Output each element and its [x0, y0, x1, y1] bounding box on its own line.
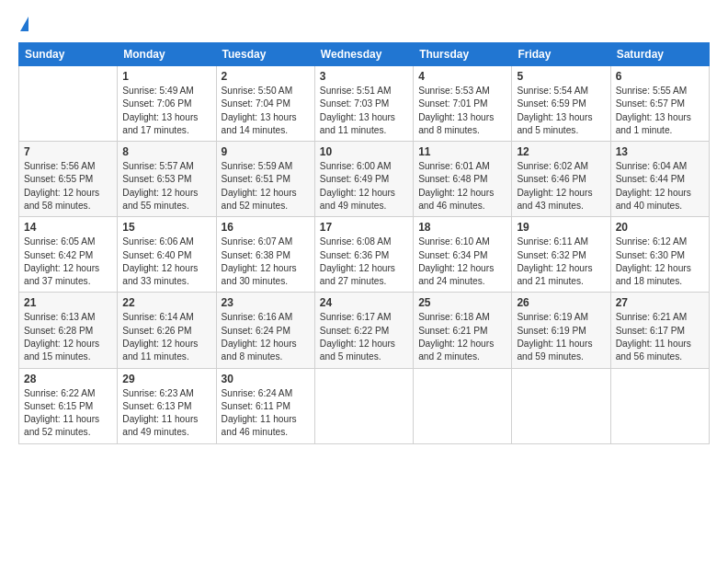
calendar-header-row: SundayMondayTuesdayWednesdayThursdayFrid… [19, 43, 710, 66]
calendar-cell: 22Sunrise: 6:14 AM Sunset: 6:26 PM Dayli… [118, 293, 216, 368]
calendar-cell: 29Sunrise: 6:23 AM Sunset: 6:13 PM Dayli… [118, 368, 216, 443]
day-number: 3 [320, 70, 408, 83]
day-info: Sunrise: 5:53 AM Sunset: 7:01 PM Dayligh… [418, 85, 506, 137]
col-header-wednesday: Wednesday [314, 43, 413, 66]
day-info: Sunrise: 5:57 AM Sunset: 6:53 PM Dayligh… [122, 160, 210, 213]
day-number: 30 [222, 373, 310, 385]
calendar-cell: 21Sunrise: 6:13 AM Sunset: 6:28 PM Dayli… [19, 293, 118, 368]
day-number: 12 [517, 145, 605, 158]
day-number: 2 [222, 70, 310, 83]
day-info: Sunrise: 6:18 AM Sunset: 6:21 PM Dayligh… [418, 311, 506, 363]
day-info: Sunrise: 6:00 AM Sunset: 6:49 PM Dayligh… [320, 160, 408, 213]
day-info: Sunrise: 6:22 AM Sunset: 6:15 PM Dayligh… [24, 387, 112, 440]
day-number: 8 [122, 145, 210, 158]
day-info: Sunrise: 6:24 AM Sunset: 6:11 PM Dayligh… [222, 387, 310, 440]
calendar-cell: 23Sunrise: 6:16 AM Sunset: 6:24 PM Dayli… [216, 293, 314, 368]
day-info: Sunrise: 6:14 AM Sunset: 6:26 PM Dayligh… [122, 311, 210, 363]
calendar-week-row: 14Sunrise: 6:05 AM Sunset: 6:42 PM Dayli… [19, 217, 710, 293]
calendar-cell [512, 368, 610, 443]
day-info: Sunrise: 6:11 AM Sunset: 6:32 PM Dayligh… [517, 236, 605, 288]
day-number: 13 [616, 145, 704, 158]
col-header-thursday: Thursday [414, 43, 512, 66]
calendar-cell: 17Sunrise: 6:08 AM Sunset: 6:36 PM Dayli… [314, 217, 413, 293]
day-info: Sunrise: 6:04 AM Sunset: 6:44 PM Dayligh… [616, 160, 704, 213]
day-number: 17 [320, 221, 408, 234]
calendar-cell [414, 368, 512, 443]
logo-triangle-icon [20, 17, 28, 31]
day-number: 27 [616, 296, 704, 309]
col-header-sunday: Sunday [19, 43, 118, 66]
calendar-cell: 20Sunrise: 6:12 AM Sunset: 6:30 PM Dayli… [610, 217, 709, 293]
day-info: Sunrise: 5:50 AM Sunset: 7:04 PM Dayligh… [222, 85, 310, 137]
day-info: Sunrise: 5:49 AM Sunset: 7:06 PM Dayligh… [122, 85, 210, 137]
day-info: Sunrise: 6:17 AM Sunset: 6:22 PM Dayligh… [320, 311, 408, 363]
calendar-week-row: 21Sunrise: 6:13 AM Sunset: 6:28 PM Dayli… [19, 293, 710, 368]
calendar-week-row: 7Sunrise: 5:56 AM Sunset: 6:55 PM Daylig… [19, 142, 710, 217]
calendar-cell: 28Sunrise: 6:22 AM Sunset: 6:15 PM Dayli… [19, 368, 118, 443]
day-number: 4 [418, 70, 506, 83]
calendar-cell: 6Sunrise: 5:55 AM Sunset: 6:57 PM Daylig… [610, 66, 709, 142]
day-info: Sunrise: 6:19 AM Sunset: 6:19 PM Dayligh… [517, 311, 605, 363]
day-number: 1 [122, 70, 210, 83]
day-number: 7 [24, 145, 112, 158]
calendar-cell: 1Sunrise: 5:49 AM Sunset: 7:06 PM Daylig… [118, 66, 216, 142]
calendar-cell: 24Sunrise: 6:17 AM Sunset: 6:22 PM Dayli… [314, 293, 413, 368]
calendar-cell: 10Sunrise: 6:00 AM Sunset: 6:49 PM Dayli… [314, 142, 413, 217]
day-number: 21 [24, 296, 112, 309]
calendar-cell: 15Sunrise: 6:06 AM Sunset: 6:40 PM Dayli… [118, 217, 216, 293]
day-number: 20 [616, 221, 704, 234]
calendar-week-row: 1Sunrise: 5:49 AM Sunset: 7:06 PM Daylig… [19, 66, 710, 142]
day-info: Sunrise: 6:07 AM Sunset: 6:38 PM Dayligh… [222, 236, 310, 288]
day-info: Sunrise: 5:56 AM Sunset: 6:55 PM Dayligh… [24, 160, 112, 213]
day-info: Sunrise: 5:59 AM Sunset: 6:51 PM Dayligh… [222, 160, 310, 213]
day-number: 6 [616, 70, 704, 83]
calendar-cell: 25Sunrise: 6:18 AM Sunset: 6:21 PM Dayli… [414, 293, 512, 368]
day-info: Sunrise: 6:02 AM Sunset: 6:46 PM Dayligh… [517, 160, 605, 213]
day-number: 15 [122, 221, 210, 234]
day-number: 28 [24, 373, 112, 385]
calendar-cell: 8Sunrise: 5:57 AM Sunset: 6:53 PM Daylig… [118, 142, 216, 217]
calendar-cell: 16Sunrise: 6:07 AM Sunset: 6:38 PM Dayli… [216, 217, 314, 293]
day-number: 25 [418, 296, 506, 309]
calendar-cell: 3Sunrise: 5:51 AM Sunset: 7:03 PM Daylig… [314, 66, 413, 142]
calendar-cell: 2Sunrise: 5:50 AM Sunset: 7:04 PM Daylig… [216, 66, 314, 142]
day-info: Sunrise: 6:16 AM Sunset: 6:24 PM Dayligh… [222, 311, 310, 363]
day-info: Sunrise: 5:54 AM Sunset: 6:59 PM Dayligh… [517, 85, 605, 137]
col-header-tuesday: Tuesday [216, 43, 314, 66]
day-number: 18 [418, 221, 506, 234]
calendar-cell [19, 66, 118, 142]
day-number: 10 [320, 145, 408, 158]
calendar-cell: 13Sunrise: 6:04 AM Sunset: 6:44 PM Dayli… [610, 142, 709, 217]
day-number: 23 [222, 296, 310, 309]
calendar-cell: 9Sunrise: 5:59 AM Sunset: 6:51 PM Daylig… [216, 142, 314, 217]
day-number: 9 [222, 145, 310, 158]
calendar-cell: 19Sunrise: 6:11 AM Sunset: 6:32 PM Dayli… [512, 217, 610, 293]
calendar-cell [610, 368, 709, 443]
calendar-cell: 12Sunrise: 6:02 AM Sunset: 6:46 PM Dayli… [512, 142, 610, 217]
day-info: Sunrise: 6:08 AM Sunset: 6:36 PM Dayligh… [320, 236, 408, 288]
day-info: Sunrise: 6:13 AM Sunset: 6:28 PM Dayligh… [24, 311, 112, 363]
day-number: 5 [517, 70, 605, 83]
day-info: Sunrise: 6:10 AM Sunset: 6:34 PM Dayligh… [418, 236, 506, 288]
day-number: 11 [418, 145, 506, 158]
calendar-cell: 7Sunrise: 5:56 AM Sunset: 6:55 PM Daylig… [19, 142, 118, 217]
day-number: 26 [517, 296, 605, 309]
day-info: Sunrise: 6:01 AM Sunset: 6:48 PM Dayligh… [418, 160, 506, 213]
col-header-saturday: Saturday [610, 43, 709, 66]
col-header-friday: Friday [512, 43, 610, 66]
day-info: Sunrise: 5:51 AM Sunset: 7:03 PM Dayligh… [320, 85, 408, 137]
day-info: Sunrise: 6:21 AM Sunset: 6:17 PM Dayligh… [616, 311, 704, 363]
calendar-cell: 14Sunrise: 6:05 AM Sunset: 6:42 PM Dayli… [19, 217, 118, 293]
calendar-cell: 11Sunrise: 6:01 AM Sunset: 6:48 PM Dayli… [414, 142, 512, 217]
header [18, 17, 710, 33]
day-info: Sunrise: 5:55 AM Sunset: 6:57 PM Dayligh… [616, 85, 704, 137]
day-number: 29 [122, 373, 210, 385]
calendar-cell: 18Sunrise: 6:10 AM Sunset: 6:34 PM Dayli… [414, 217, 512, 293]
day-number: 16 [222, 221, 310, 234]
day-info: Sunrise: 6:23 AM Sunset: 6:13 PM Dayligh… [122, 387, 210, 440]
day-number: 19 [517, 221, 605, 234]
calendar-cell: 4Sunrise: 5:53 AM Sunset: 7:01 PM Daylig… [414, 66, 512, 142]
calendar-cell: 27Sunrise: 6:21 AM Sunset: 6:17 PM Dayli… [610, 293, 709, 368]
day-number: 24 [320, 296, 408, 309]
day-number: 14 [24, 221, 112, 234]
